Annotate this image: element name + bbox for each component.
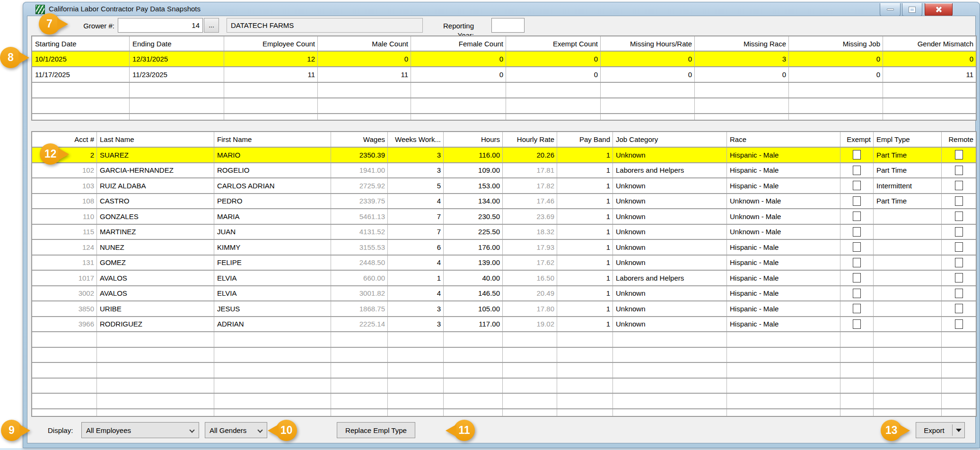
- snapshot-cell[interactable]: 0: [506, 67, 601, 82]
- cell-first_name[interactable]: MARIO: [214, 148, 331, 162]
- employee-grid[interactable]: Acct #Last NameFirst NameWagesWeeks Work…: [31, 131, 977, 417]
- cell-hours[interactable]: 176.00: [444, 240, 503, 255]
- cell-empl_type[interactable]: [874, 317, 942, 332]
- cell-race[interactable]: Hispanic - Male: [727, 271, 840, 285]
- cell-job_category[interactable]: Unknown: [613, 240, 727, 255]
- maximize-button[interactable]: [902, 3, 922, 16]
- employee-row[interactable]: 3966RODRIGUEZADRIAN2225.143117.0019.021U…: [32, 317, 976, 333]
- cell-acct[interactable]: 110: [32, 209, 97, 224]
- snapshot-cell[interactable]: 0: [601, 67, 695, 82]
- snapshot-column-header[interactable]: Gender Mismatch: [883, 36, 976, 51]
- cell-weeks_worked[interactable]: 3: [388, 163, 444, 178]
- snapshot-empty-row[interactable]: [32, 114, 976, 121]
- employee-column-header[interactable]: First Name: [214, 132, 331, 147]
- cell-weeks_worked[interactable]: 7: [388, 209, 444, 224]
- employee-column-header[interactable]: Last Name: [97, 132, 214, 147]
- cell-last_name[interactable]: CASTRO: [97, 194, 214, 209]
- cell-hours[interactable]: 139.00: [444, 256, 503, 270]
- cell-acct[interactable]: 103: [32, 178, 97, 193]
- grower-browse-button[interactable]: ...: [204, 18, 219, 33]
- employee-column-header[interactable]: Race: [727, 132, 840, 147]
- exempt-checkbox[interactable]: [853, 196, 861, 206]
- cell-race[interactable]: Hispanic - Male: [727, 240, 840, 255]
- cell-empl_type[interactable]: [874, 225, 942, 239]
- exempt-checkbox-cell[interactable]: [840, 301, 874, 316]
- cell-hourly_rate[interactable]: 17.93: [503, 240, 557, 255]
- snapshot-column-header[interactable]: Ending Date: [130, 36, 224, 51]
- cell-pay_band[interactable]: 1: [557, 194, 613, 209]
- exempt-checkbox[interactable]: [853, 181, 861, 190]
- cell-job_category[interactable]: Laborers and Helpers: [613, 163, 727, 178]
- exempt-checkbox[interactable]: [853, 212, 861, 221]
- remote-checkbox-cell[interactable]: [942, 209, 976, 224]
- cell-empl_type[interactable]: [874, 256, 942, 270]
- cell-hourly_rate[interactable]: 18.32: [503, 225, 557, 239]
- cell-first_name[interactable]: ADRIAN: [214, 317, 331, 332]
- replace-empl-type-button[interactable]: Replace Empl Type: [337, 422, 415, 438]
- employee-empty-row[interactable]: [32, 409, 976, 417]
- cell-weeks_worked[interactable]: 6: [388, 240, 444, 255]
- employee-column-header[interactable]: Job Category: [613, 132, 727, 147]
- exempt-checkbox-cell[interactable]: [840, 178, 874, 193]
- remote-checkbox-cell[interactable]: [942, 286, 976, 301]
- cell-last_name[interactable]: URIBE: [97, 301, 214, 316]
- snapshot-cell[interactable]: 11: [883, 67, 976, 82]
- cell-wages[interactable]: 2225.14: [331, 317, 388, 332]
- snapshot-cell[interactable]: 0: [883, 52, 976, 66]
- cell-empl_type[interactable]: [874, 240, 942, 255]
- cell-acct[interactable]: 131: [32, 256, 97, 270]
- cell-job_category[interactable]: Unknown: [613, 209, 727, 224]
- snapshot-cell[interactable]: 11: [318, 67, 411, 82]
- employee-column-header[interactable]: Remote: [942, 132, 976, 147]
- employee-row[interactable]: 131GOMEZFELIPE2448.504139.0017.621Unknow…: [32, 256, 976, 271]
- cell-last_name[interactable]: MARTINEZ: [97, 225, 214, 239]
- cell-hourly_rate[interactable]: 16.50: [503, 271, 557, 285]
- cell-pay_band[interactable]: 1: [557, 209, 613, 224]
- exempt-checkbox-cell[interactable]: [840, 286, 874, 301]
- snapshot-column-header[interactable]: Female Count: [411, 36, 506, 51]
- employee-column-header[interactable]: Acct #: [32, 132, 97, 147]
- cell-pay_band[interactable]: 1: [557, 240, 613, 255]
- exempt-checkbox-cell[interactable]: [840, 271, 874, 285]
- exempt-checkbox-cell[interactable]: [840, 194, 874, 209]
- employee-row[interactable]: 103RUIZ ALDABACARLOS ADRIAN2725.925153.0…: [32, 178, 976, 194]
- employee-row[interactable]: 3850URIBEJESUS1868.753105.0017.801Unknow…: [32, 301, 976, 317]
- cell-race[interactable]: Hispanic - Male: [727, 163, 840, 178]
- cell-first_name[interactable]: ELVIA: [214, 271, 331, 285]
- cell-pay_band[interactable]: 1: [557, 286, 613, 301]
- snapshot-column-header[interactable]: Exempt Count: [506, 36, 601, 51]
- cell-first_name[interactable]: JUAN: [214, 225, 331, 239]
- snapshot-cell[interactable]: 10/1/2025: [32, 52, 130, 66]
- snapshot-cell[interactable]: 11/17/2025: [32, 67, 130, 82]
- snapshot-column-header[interactable]: Male Count: [318, 36, 411, 51]
- snapshot-cell[interactable]: 12/31/2025: [130, 52, 224, 66]
- snapshot-cell[interactable]: 11/23/2025: [130, 67, 224, 82]
- cell-wages[interactable]: 3001.82: [331, 286, 388, 301]
- cell-empl_type[interactable]: [874, 209, 942, 224]
- snapshot-row[interactable]: 11/17/202511/23/202511110000011: [32, 67, 976, 83]
- employee-row[interactable]: 115MARTINEZJUAN4131.527225.5018.321Unkno…: [32, 225, 976, 240]
- exempt-checkbox-cell[interactable]: [840, 209, 874, 224]
- cell-first_name[interactable]: ROGELIO: [214, 163, 331, 178]
- cell-acct[interactable]: 3002: [32, 286, 97, 301]
- cell-race[interactable]: Hispanic - Male: [727, 148, 840, 162]
- cell-last_name[interactable]: SUAREZ: [97, 148, 214, 162]
- cell-hours[interactable]: 117.00: [444, 317, 503, 332]
- cell-weeks_worked[interactable]: 4: [388, 256, 444, 270]
- cell-job_category[interactable]: Unknown: [613, 301, 727, 316]
- cell-first_name[interactable]: CARLOS ADRIAN: [214, 178, 331, 193]
- cell-job_category[interactable]: Laborers and Helpers: [613, 271, 727, 285]
- snapshot-grid[interactable]: Starting DateEnding DateEmployee CountMa…: [31, 35, 977, 121]
- close-button[interactable]: [925, 3, 953, 16]
- cell-first_name[interactable]: MARIA: [214, 209, 331, 224]
- employee-empty-row[interactable]: [32, 332, 976, 348]
- cell-race[interactable]: Unknown - Male: [727, 194, 840, 209]
- employee-row[interactable]: 3002AVALOSELVIA3001.824146.5020.491Unkno…: [32, 286, 976, 302]
- cell-first_name[interactable]: JESUS: [214, 301, 331, 316]
- exempt-checkbox-cell[interactable]: [840, 317, 874, 332]
- employee-empty-row[interactable]: [32, 348, 976, 363]
- exempt-checkbox[interactable]: [853, 242, 861, 252]
- cell-empl_type[interactable]: Part Time: [874, 194, 942, 209]
- exempt-checkbox[interactable]: [853, 227, 861, 237]
- employee-row[interactable]: 110GONZALESMARIA5461.137230.5023.691Unkn…: [32, 209, 976, 225]
